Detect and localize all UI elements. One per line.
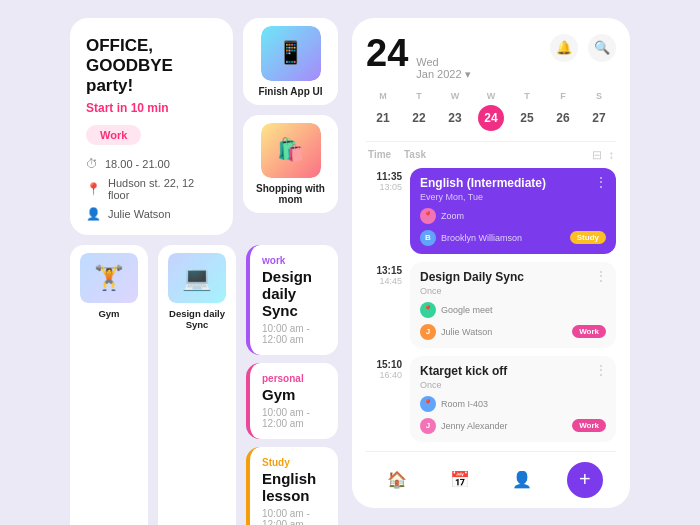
thumb-gym[interactable]: 🏋️ Gym xyxy=(70,245,148,525)
nav-add-btn[interactable]: + xyxy=(567,462,603,498)
sched-card-design[interactable]: ⋮ Design Daily Sync Once 📍 Google meet J… xyxy=(410,262,616,348)
week-day-num-6: 27 xyxy=(586,105,612,131)
list-title-0: Design daily Sync xyxy=(262,268,326,319)
week-day-26[interactable]: F 26 xyxy=(548,91,578,131)
sched-times-1: 13:15 14:45 xyxy=(366,262,402,286)
finish-app-image: 📱 xyxy=(261,26,321,81)
avatar-2: 📍 xyxy=(420,396,436,412)
sched-card-english[interactable]: ⋮ English (Intermediate) Every Mon, Tue … xyxy=(410,168,616,254)
shopping-illus: 🛍️ xyxy=(261,123,321,178)
event-subtitle: Start in 10 min xyxy=(86,101,217,115)
person-avatar-0: B xyxy=(420,230,436,246)
side-card-shopping[interactable]: 🛍️ Shopping with mom xyxy=(243,115,338,213)
more-btn-0[interactable]: ⋮ xyxy=(594,174,608,190)
person-avatar-1: J xyxy=(420,324,436,340)
week-day-num-3: 24 xyxy=(478,105,504,131)
month-year: Jan 2022 ▾ xyxy=(416,68,470,81)
week-day-name-4: T xyxy=(524,91,530,101)
sched-end-2: 16:40 xyxy=(379,370,402,380)
list-time-2: 10:00 am - 12:00 am xyxy=(262,508,326,525)
event-time-row: ⏱ 18.00 - 21.00 xyxy=(86,157,217,171)
chevron-down-icon: ▾ xyxy=(465,68,471,81)
more-btn-2[interactable]: ⋮ xyxy=(594,362,608,378)
sched-meta-left-0: 📍 Zoom xyxy=(420,208,464,224)
main-event-card[interactable]: OFFICE, GOODBYE party! Start in 10 min W… xyxy=(70,18,233,235)
notification-icon-btn[interactable]: 🔔 xyxy=(550,34,578,62)
left-panel: OFFICE, GOODBYE party! Start in 10 min W… xyxy=(70,18,338,508)
week-day-name-6: S xyxy=(596,91,602,101)
sched-title-0: English (Intermediate) xyxy=(420,176,606,190)
gym-image: 🏋️ xyxy=(80,253,138,303)
sched-meta-person-2: J Jenny Alexander Work xyxy=(420,418,606,434)
week-day-23[interactable]: W 23 xyxy=(440,91,470,131)
more-btn-1[interactable]: ⋮ xyxy=(594,268,608,284)
week-strip: M 21 T 22 W 23 W 24 T 25 F 26 S 27 xyxy=(366,91,616,131)
week-day-name-3: W xyxy=(487,91,496,101)
sched-sub-1: Once xyxy=(420,286,606,296)
sched-location-0: Zoom xyxy=(441,211,464,221)
bottom-nav: 🏠 📅 👤 + xyxy=(366,451,616,498)
thumb-design-sync[interactable]: 💻 Design daily Sync xyxy=(158,245,236,525)
sched-meta-person-left-2: J Jenny Alexander xyxy=(420,418,508,434)
schedule-list: 11:35 13:05 ⋮ English (Intermediate) Eve… xyxy=(366,168,616,442)
col-header-time: Time xyxy=(368,149,404,160)
date-block: 24 Wed Jan 2022 ▾ xyxy=(366,34,471,81)
sched-row-design: 13:15 14:45 ⋮ Design Daily Sync Once 📍 G… xyxy=(366,262,616,348)
sched-meta-2: 📍 Room I-403 xyxy=(420,396,606,412)
list-card-gym[interactable]: personal Gym 10:00 am - 12:00 am xyxy=(246,363,338,439)
thumb-gym-label: Gym xyxy=(98,308,119,319)
week-day-21[interactable]: M 21 xyxy=(368,91,398,131)
list-items: work Design daily Sync 10:00 am - 12:00 … xyxy=(246,245,338,525)
list-card-design-sync[interactable]: work Design daily Sync 10:00 am - 12:00 … xyxy=(246,245,338,355)
week-day-24[interactable]: W 24 xyxy=(476,91,506,131)
sched-title-1: Design Daily Sync xyxy=(420,270,606,284)
event-time: 18.00 - 21.00 xyxy=(105,158,170,170)
shopping-image: 🛍️ xyxy=(261,123,321,178)
design-illus: 💻 xyxy=(168,253,226,303)
filter-icon[interactable]: ⊟ xyxy=(592,148,602,162)
avatar-1: 📍 xyxy=(420,302,436,318)
nav-calendar-btn[interactable]: 📅 xyxy=(442,462,478,498)
sched-start-2: 15:10 xyxy=(376,359,402,370)
week-day-25[interactable]: T 25 xyxy=(512,91,542,131)
week-day-num-4: 25 xyxy=(514,105,540,131)
bottom-row: 🏋️ Gym 💻 Design daily Sync work Design d… xyxy=(70,245,338,525)
event-title: OFFICE, GOODBYE party! xyxy=(86,36,217,97)
week-day-22[interactable]: T 22 xyxy=(404,91,434,131)
sched-meta-left-1: 📍 Google meet xyxy=(420,302,493,318)
week-day-num-5: 26 xyxy=(550,105,576,131)
sort-icon[interactable]: ↕ xyxy=(608,148,614,162)
day-name: Wed xyxy=(416,56,470,68)
day-info: Wed Jan 2022 ▾ xyxy=(416,56,470,81)
sched-end-0: 13:05 xyxy=(379,182,402,192)
sched-end-1: 14:45 xyxy=(379,276,402,286)
sched-title-2: Ktarget kick off xyxy=(420,364,606,378)
sched-meta-left-2: 📍 Room I-403 xyxy=(420,396,488,412)
week-day-27[interactable]: S 27 xyxy=(584,91,614,131)
sched-row-ktarget: 15:10 16:40 ⋮ Ktarget kick off Once 📍 Ro… xyxy=(366,356,616,442)
nav-home-btn[interactable]: 🏠 xyxy=(379,462,415,498)
sched-card-ktarget[interactable]: ⋮ Ktarget kick off Once 📍 Room I-403 J J… xyxy=(410,356,616,442)
list-card-english[interactable]: Study English lesson 10:00 am - 12:00 am xyxy=(246,447,338,525)
sched-person-0: Brooklyn Williamson xyxy=(441,233,522,243)
top-row: OFFICE, GOODBYE party! Start in 10 min W… xyxy=(70,18,338,235)
week-day-name-5: F xyxy=(560,91,566,101)
gym-illus: 🏋️ xyxy=(80,253,138,303)
week-day-name-1: T xyxy=(416,91,422,101)
list-cat-1: personal xyxy=(262,373,326,384)
sched-meta-1: 📍 Google meet xyxy=(420,302,606,318)
nav-profile-btn[interactable]: 👤 xyxy=(504,462,540,498)
person-icon: 👤 xyxy=(86,207,101,221)
design-sync-image: 💻 xyxy=(168,253,226,303)
calendar-header: 24 Wed Jan 2022 ▾ 🔔 🔍 xyxy=(366,34,616,81)
search-icon-btn[interactable]: 🔍 xyxy=(588,34,616,62)
sched-meta-person-1: J Julie Watson Work xyxy=(420,324,606,340)
list-cat-2: Study xyxy=(262,457,326,468)
sched-location-2: Room I-403 xyxy=(441,399,488,409)
event-meta: ⏱ 18.00 - 21.00 📍 Hudson st. 22, 12 floo… xyxy=(86,157,217,221)
list-title-1: Gym xyxy=(262,386,326,403)
badge-work-1: Work xyxy=(572,325,606,338)
col-header-task: Task xyxy=(404,149,592,160)
sched-person-2: Jenny Alexander xyxy=(441,421,508,431)
side-card-finish-app[interactable]: 📱 Finish App UI xyxy=(243,18,338,105)
